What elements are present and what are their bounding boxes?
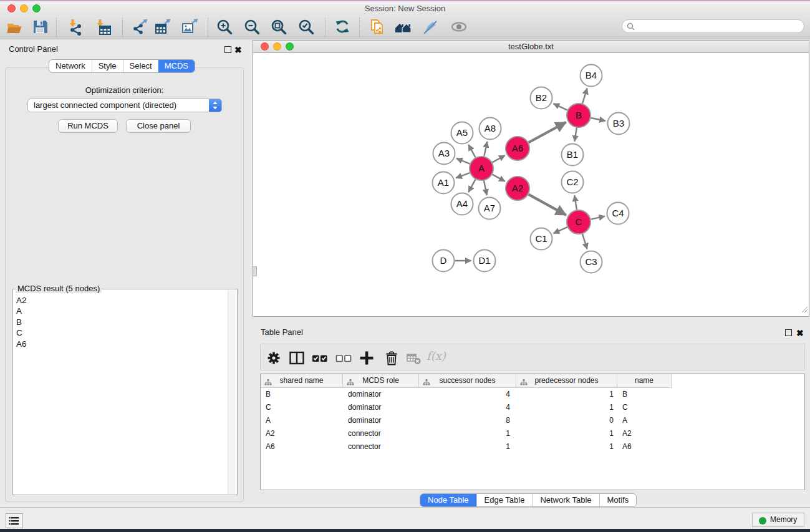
clone-network-icon[interactable] <box>369 18 386 37</box>
node-A3[interactable]: A3 <box>433 143 455 165</box>
node-D1[interactable]: D1 <box>474 250 496 272</box>
edge-A-A8[interactable] <box>484 142 487 156</box>
network-minimize-button[interactable] <box>273 42 281 51</box>
cell-shared-name[interactable]: B <box>261 388 343 401</box>
control-panel-close-button[interactable]: ✖ <box>234 46 242 54</box>
close-window-button[interactable] <box>7 4 16 12</box>
edge-A-A7[interactable] <box>484 181 487 195</box>
cell-name[interactable]: A2 <box>617 427 672 440</box>
cell-predecessor-nodes[interactable]: 1 <box>516 401 617 414</box>
task-history-button[interactable] <box>6 513 23 528</box>
edge-A6-B[interactable] <box>529 122 566 143</box>
edge-B-B2[interactable] <box>553 104 567 110</box>
tab-motifs[interactable]: Motifs <box>599 494 637 506</box>
cell-mcds-role[interactable]: connector <box>343 427 419 440</box>
edge-A-A5[interactable] <box>468 145 475 158</box>
node-C1[interactable]: C1 <box>531 228 552 250</box>
cell-successor-nodes[interactable]: 8 <box>419 414 516 427</box>
network-maximize-button[interactable] <box>286 42 294 51</box>
cell-shared-name[interactable]: A <box>261 414 343 427</box>
close-panel-button[interactable]: Close panel <box>126 119 191 133</box>
node-A6[interactable]: A6 <box>506 137 529 160</box>
show-graphics-eye-icon[interactable] <box>450 18 468 37</box>
edge-A2-C[interactable] <box>529 195 566 215</box>
cell-predecessor-nodes[interactable]: 0 <box>516 414 617 427</box>
tab-mcds[interactable]: MCDS <box>158 60 195 72</box>
column-header-mcds-role[interactable]: MCDS role <box>343 374 419 388</box>
result-scrollbar[interactable] <box>228 290 236 494</box>
node-B3[interactable]: B3 <box>608 113 630 135</box>
node-D[interactable]: D <box>433 250 455 272</box>
column-header-name[interactable]: name <box>617 374 672 388</box>
table-panel-float-button[interactable] <box>785 329 792 336</box>
edge-A-A3[interactable] <box>456 158 470 164</box>
import-network-icon[interactable] <box>67 18 85 37</box>
tab-node-table[interactable]: Node Table <box>420 494 476 506</box>
edge-B-B3[interactable] <box>591 118 605 121</box>
delete-table-icon[interactable] <box>406 350 422 366</box>
open-session-icon[interactable] <box>6 18 24 37</box>
edge-A-A6[interactable] <box>493 155 505 162</box>
column-header-shared-name[interactable]: shared name <box>261 374 343 388</box>
mcds-result-item[interactable]: B <box>16 317 27 327</box>
function-builder-icon[interactable]: f(x) <box>427 349 446 362</box>
cell-mcds-role[interactable]: dominator <box>343 388 419 401</box>
home-layout-icon[interactable] <box>395 18 412 37</box>
export-image-icon[interactable] <box>181 18 198 37</box>
export-table-icon[interactable] <box>154 18 171 37</box>
node-A1[interactable]: A1 <box>433 172 455 194</box>
cell-name[interactable]: C <box>617 401 672 414</box>
edge-B-B4[interactable] <box>582 89 587 104</box>
node-B2[interactable]: B2 <box>531 87 552 109</box>
network-scroll-grip[interactable] <box>253 266 257 276</box>
network-close-button[interactable] <box>261 42 269 51</box>
cell-shared-name[interactable]: A6 <box>261 440 343 453</box>
zoom-selected-icon[interactable] <box>298 18 316 37</box>
run-mcds-button[interactable]: Run MCDS <box>58 119 118 133</box>
cell-shared-name[interactable]: C <box>261 401 343 414</box>
delete-column-trash-icon[interactable] <box>383 350 400 366</box>
edge-A-A4[interactable] <box>468 180 475 193</box>
add-column-icon[interactable] <box>359 350 375 366</box>
deselect-checkboxes-icon[interactable] <box>335 350 352 366</box>
edge-A-A2[interactable] <box>493 175 505 181</box>
cell-name[interactable]: A <box>617 414 672 427</box>
node-C4[interactable]: C4 <box>607 203 629 225</box>
export-network-icon[interactable] <box>132 18 149 37</box>
cell-mcds-role[interactable]: connector <box>343 440 419 453</box>
maximize-window-button[interactable] <box>32 4 41 12</box>
mcds-result-item[interactable]: A6 <box>16 339 27 349</box>
tab-select[interactable]: Select <box>123 60 158 72</box>
cell-predecessor-nodes[interactable]: 1 <box>516 427 617 440</box>
criterion-dropdown[interactable]: largest connected component (directed) <box>27 99 222 112</box>
cell-shared-name[interactable]: A2 <box>261 427 343 440</box>
network-graph-canvas[interactable]: B4B2BB3A5A8A6B1A3AC2A1A2A4A7C4CC1C3DD1 <box>253 53 809 316</box>
cell-predecessor-nodes[interactable]: 1 <box>516 440 617 453</box>
network-resize-grip[interactable] <box>801 304 808 316</box>
mcds-result-item[interactable]: A2 <box>16 295 27 306</box>
import-table-icon[interactable] <box>95 18 112 37</box>
mcds-result-item[interactable]: C <box>16 327 27 338</box>
node-A7[interactable]: A7 <box>479 198 501 220</box>
node-B4[interactable]: B4 <box>581 65 602 87</box>
column-header-predecessor-nodes[interactable]: predecessor nodes <box>516 374 617 388</box>
edge-A-A1[interactable] <box>456 173 470 178</box>
node-A5[interactable]: A5 <box>451 122 473 144</box>
tab-edge-table[interactable]: Edge Table <box>476 494 533 506</box>
node-B1[interactable]: B1 <box>562 144 584 166</box>
settings-gear-icon[interactable] <box>266 350 282 366</box>
node-A[interactable]: A <box>470 157 493 180</box>
cell-predecessor-nodes[interactable]: 1 <box>516 388 617 401</box>
node-C3[interactable]: C3 <box>581 251 602 273</box>
save-session-icon[interactable] <box>32 18 49 37</box>
cell-mcds-role[interactable]: dominator <box>343 414 419 427</box>
mcds-result-item[interactable]: A <box>16 306 27 316</box>
edge-C-C1[interactable] <box>554 227 567 233</box>
zoom-in-icon[interactable] <box>216 18 234 37</box>
refresh-icon[interactable] <box>334 18 352 37</box>
edge-C-C4[interactable] <box>591 216 605 220</box>
edge-C-C3[interactable] <box>582 234 587 249</box>
cell-mcds-role[interactable]: dominator <box>343 401 419 414</box>
node-C[interactable]: C <box>567 210 591 234</box>
node-A8[interactable]: A8 <box>480 118 501 140</box>
